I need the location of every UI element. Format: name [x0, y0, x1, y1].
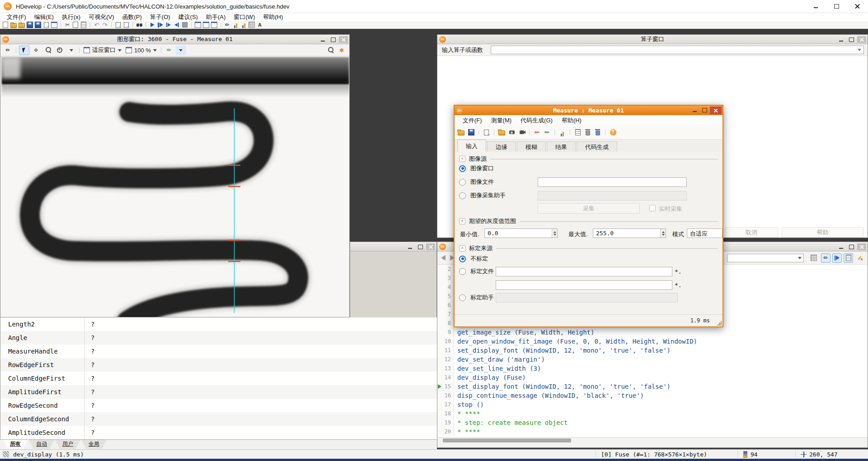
calibration-file-input2[interactable]: [496, 280, 672, 290]
dialog-tab[interactable]: 模糊: [517, 141, 546, 152]
collapse-icon[interactable]: [459, 245, 465, 251]
variable-row[interactable]: RowEdgeFirst ?: [0, 358, 437, 372]
maximize-button[interactable]: [847, 36, 856, 43]
cancel-button[interactable]: 取消: [725, 227, 778, 237]
variable-row[interactable]: ColumnEdgeFirst ?: [0, 372, 437, 385]
draw-measure-red-icon[interactable]: ✏: [533, 129, 541, 136]
variable-row[interactable]: MeasureHandle ?: [0, 345, 437, 358]
procedure-settings-icon[interactable]: [845, 255, 852, 261]
code-line[interactable]: 17 stop (): [437, 400, 868, 409]
menu-item[interactable]: 建议(S): [174, 13, 202, 21]
export-code-icon[interactable]: [483, 129, 490, 136]
open-editor-icon[interactable]: [203, 22, 209, 28]
file-suffix[interactable]: *.: [675, 282, 682, 289]
maximize-button[interactable]: [847, 243, 856, 250]
magnifier-icon[interactable]: [45, 47, 51, 53]
scrollbar-thumb[interactable]: [443, 438, 571, 442]
menu-item[interactable]: 代码生成(G): [516, 116, 557, 125]
profiler-icon[interactable]: [232, 22, 239, 28]
menu-item[interactable]: 帮助(H): [557, 116, 586, 125]
save-program-icon[interactable]: [27, 22, 33, 28]
pan-icon[interactable]: [33, 47, 39, 53]
menu-item[interactable]: 窗口(W): [230, 13, 259, 21]
close-button[interactable]: [853, 3, 862, 9]
min-value-spinner[interactable]: 0.0: [484, 228, 558, 238]
load-image-icon[interactable]: [498, 129, 506, 136]
spinner-arrows-icon[interactable]: [552, 229, 557, 237]
comment-icon[interactable]: [115, 22, 121, 28]
save-as-icon[interactable]: [35, 22, 41, 28]
code-line[interactable]: 20 * ****: [437, 427, 868, 436]
radio-icon[interactable]: [459, 192, 466, 199]
calibration-file-input[interactable]: [496, 267, 672, 276]
zoom-window-icon[interactable]: [327, 47, 333, 53]
close-button[interactable]: [426, 243, 435, 250]
code-line[interactable]: 15 set_display_font (WindowID, 12, 'mono…: [437, 382, 868, 391]
dialog-tab[interactable]: 结果: [547, 141, 576, 152]
maximize-button[interactable]: [416, 243, 425, 250]
zoom-in-icon[interactable]: [56, 47, 63, 53]
calibration-file-option[interactable]: 标定文件: [459, 267, 494, 275]
dialog-tab[interactable]: 代码生成: [577, 141, 617, 152]
draw-settings-icon[interactable]: ✏: [166, 47, 172, 53]
export-program-icon[interactable]: [43, 22, 49, 28]
variable-row[interactable]: Angle ?: [0, 331, 437, 345]
new-program-icon[interactable]: [2, 22, 9, 28]
operator-window-title-bar[interactable]: 算子窗口: [437, 35, 868, 44]
save-parameters-icon[interactable]: [467, 129, 475, 136]
profile-chart-icon[interactable]: [558, 129, 566, 136]
minimize-button[interactable]: [405, 243, 414, 250]
histogram-icon[interactable]: [240, 22, 247, 28]
back-icon[interactable]: [440, 255, 446, 261]
resize-grip[interactable]: [717, 321, 722, 326]
code-line[interactable]: 12 dev_set_draw ('margin'): [437, 355, 868, 364]
open-parameters-icon[interactable]: [457, 129, 465, 136]
horizontal-scrollbar[interactable]: [437, 437, 868, 443]
copy-icon[interactable]: [72, 22, 79, 28]
snap-image-icon[interactable]: [508, 129, 516, 136]
file-suffix[interactable]: *.: [675, 268, 682, 275]
dialog-tab[interactable]: 输入: [457, 140, 486, 152]
display-font-icon[interactable]: [257, 22, 263, 28]
menu-item[interactable]: 助手(A): [202, 13, 230, 21]
reset-execution-icon[interactable]: [195, 22, 201, 28]
help-button[interactable]: 帮助: [782, 227, 863, 237]
delete-measure-icon[interactable]: [594, 129, 601, 136]
code-line[interactable]: 9 get_image_size (Fuse, Width, Height): [437, 328, 868, 337]
screenshot-icon[interactable]: [51, 22, 57, 28]
variable-row[interactable]: RowEdgeSecond ?: [0, 399, 437, 412]
radio-selected-icon[interactable]: [459, 165, 466, 172]
menu-item[interactable]: 执行(x): [58, 13, 84, 21]
open-variable-watch-icon[interactable]: [211, 22, 217, 28]
procedure-combo[interactable]: [727, 254, 804, 262]
maximize-button[interactable]: [328, 36, 338, 43]
zoom-scale-dropdown[interactable]: 100 %: [124, 46, 158, 55]
mode-dropdown[interactable]: 自适应: [687, 228, 723, 238]
open-operator-window-icon[interactable]: ✏: [224, 22, 230, 28]
variable-tab[interactable]: 全局: [81, 440, 107, 449]
menu-item[interactable]: 编辑(E): [30, 13, 58, 21]
menu-item[interactable]: 文件(F): [458, 116, 487, 125]
calibration-assistant-option[interactable]: 标定助手: [459, 293, 494, 302]
uncomment-icon[interactable]: [123, 22, 129, 28]
run-icon[interactable]: [149, 22, 155, 28]
maximize-button[interactable]: [700, 107, 709, 113]
find-icon[interactable]: [136, 22, 142, 28]
open-program-icon[interactable]: [10, 22, 17, 28]
compare-procedure-icon[interactable]: [834, 255, 840, 261]
display-settings-icon[interactable]: [339, 47, 345, 53]
fit-window-dropdown[interactable]: 适应窗口: [82, 46, 123, 55]
open-example-icon[interactable]: [19, 22, 25, 28]
variable-row[interactable]: ColumnEdgeSecond ?: [0, 412, 437, 426]
code-line[interactable]: 19 * step: create measure object: [437, 418, 868, 427]
spinner-arrows-icon[interactable]: [660, 229, 666, 237]
help-icon[interactable]: [609, 129, 617, 136]
max-value-spinner[interactable]: 255.0: [593, 228, 666, 238]
collapse-icon[interactable]: [459, 218, 465, 224]
measure-dialog-title-bar[interactable]: Measure : Measure 01: [455, 106, 723, 115]
menu-item[interactable]: 函数(P): [118, 13, 145, 21]
dialog-tab[interactable]: 边缘: [487, 141, 516, 152]
minimize-button[interactable]: [836, 36, 845, 43]
radio-selected-icon[interactable]: [459, 256, 466, 262]
radio-icon[interactable]: [459, 268, 466, 275]
